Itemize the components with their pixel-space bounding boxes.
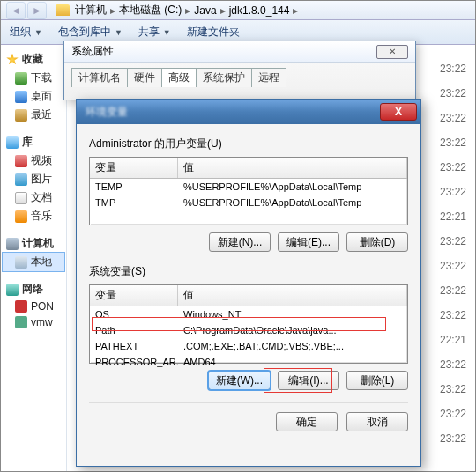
file-row[interactable]: 23:22 [440,112,466,124]
sidebar-libraries-head[interactable]: 库 [3,133,64,151]
user-edit-button[interactable]: 编辑(E)... [278,232,339,252]
file-time: 23:22 [440,63,466,75]
tab-advanced[interactable]: 高级 [161,68,197,87]
file-time: 23:22 [440,112,466,124]
sidebar-favorites-head[interactable]: 收藏 [3,50,64,69]
breadcrumb-item[interactable]: 计算机 [75,3,107,18]
ok-button[interactable]: 确定 [276,412,338,431]
tab-hardware[interactable]: 硬件 [127,68,162,87]
file-time: 23:22 [440,358,466,371]
file-time: 22:21 [440,334,466,346]
user-new-button[interactable]: 新建(N)... [209,232,271,252]
file-time: 23:22 [440,87,466,100]
file-row[interactable]: 22:21 [440,334,466,346]
sidebar-item-downloads[interactable]: 下载 [3,69,64,87]
sidebar-item-recent[interactable]: 最近 [3,106,64,124]
file-time: 23:22 [440,383,466,395]
col-header-value[interactable]: 值 [178,285,407,306]
nav-back-button[interactable]: ◄ [6,2,26,19]
environment-variables-dialog: 环境变量 X Administrator 的用户变量(U) 变量 值 TEMP%… [76,99,421,467]
file-row[interactable]: 23:22 [440,136,466,149]
sidebar-item-desktop[interactable]: 桌面 [3,87,64,106]
close-button[interactable]: ✕ [376,45,408,59]
file-row[interactable]: 23:22 [440,63,466,75]
file-time: 23:22 [440,309,466,321]
sys-var-row[interactable]: PATHEXT.COM;.EXE;.BAT;.CMD;.VBS;.VBE;... [90,338,407,354]
file-row[interactable]: 23:22 [440,186,466,198]
sidebar-network-head[interactable]: 网络 [3,280,64,299]
user-delete-button[interactable]: 删除(D) [346,232,408,252]
file-time: 23:22 [440,432,466,445]
sidebar-item-videos[interactable]: 视频 [3,151,64,170]
sys-new-button[interactable]: 新建(W)... [208,371,271,390]
sys-var-row-path[interactable]: PathC:\ProgramData\Oracle\Java\java... [90,322,407,338]
file-time: 22:21 [440,210,466,223]
sidebar-item-vmw[interactable]: vmw [3,314,64,330]
nav-forward-button[interactable]: ► [27,2,47,19]
file-row[interactable]: 22:21 [440,210,466,223]
tab-computer-name[interactable]: 计算机名 [71,68,128,87]
env-dialog-title: 环境变量 [86,105,128,120]
sidebar-item-pictures[interactable]: 图片 [3,170,64,188]
file-time: 23:22 [440,136,466,149]
col-header-variable[interactable]: 变量 [90,158,178,178]
breadcrumb-item[interactable]: Java [194,4,216,17]
file-row[interactable]: 23:22 [440,260,466,272]
cancel-button[interactable]: 取消 [346,412,408,431]
explorer-sidebar: 收藏 下载 桌面 最近 库 视频 图片 文档 音乐 计算机 本地 网络 PON … [1,45,67,471]
include-menu[interactable]: 包含到库中 ▼ [58,25,123,40]
file-row[interactable]: 23:22 [440,235,466,247]
file-time: 23:22 [440,161,466,173]
sys-var-row[interactable]: PROCESSOR_AR...AMD64 [90,354,407,370]
col-header-value[interactable]: 值 [178,158,407,178]
tab-remote[interactable]: 远程 [251,68,286,87]
file-row[interactable]: 23:22 [440,358,466,371]
tab-system-protection[interactable]: 系统保护 [196,68,252,87]
sidebar-item-music[interactable]: 音乐 [3,207,64,225]
breadcrumb-item[interactable]: 本地磁盘 (C:) [119,3,182,18]
env-titlebar[interactable]: 环境变量 X [77,100,420,124]
sidebar-item-pon[interactable]: PON [3,299,64,314]
file-row[interactable]: 23:22 [440,87,466,100]
file-row[interactable]: 23:22 [440,432,466,445]
file-time: 23:22 [440,284,466,297]
user-vars-label: Administrator 的用户变量(U) [89,136,408,151]
file-time: 23:22 [440,186,466,198]
sidebar-item-documents[interactable]: 文档 [3,188,64,207]
breadcrumb-item[interactable]: jdk1.8.0_144 [229,4,290,17]
file-row[interactable]: 23:22 [440,161,466,173]
sys-delete-button[interactable]: 删除(L) [346,371,408,390]
sysprops-tabs: 计算机名 硬件 高级 系统保护 远程 [64,68,415,87]
col-header-variable[interactable]: 变量 [90,285,178,306]
breadcrumb[interactable]: 计算机▸ 本地磁盘 (C:)▸ Java▸ jdk1.8.0_144▸ [75,3,298,18]
share-menu[interactable]: 共享 ▼ [138,25,171,40]
sys-vars-label: 系统变量(S) [89,264,408,279]
file-time: 23:22 [440,260,466,272]
user-vars-list[interactable]: 变量 值 TEMP%USERPROFILE%\AppData\Local\Tem… [89,157,408,225]
user-var-row[interactable]: TEMP%USERPROFILE%\AppData\Local\Temp [90,179,407,195]
sys-vars-list[interactable]: 变量 值 OSWindows_NT PathC:\ProgramData\Ora… [89,284,408,364]
file-row[interactable]: 23:22 [440,383,466,395]
sidebar-computer-head[interactable]: 计算机 [3,234,64,253]
dialog-title: 系统属性 [71,44,114,59]
address-bar: ◄ ► 计算机▸ 本地磁盘 (C:)▸ Java▸ jdk1.8.0_144▸ [1,1,475,20]
close-button[interactable]: X [380,103,417,121]
file-time: 23:22 [440,235,466,247]
sys-var-row[interactable]: OSWindows_NT [90,306,407,322]
user-var-row[interactable]: TMP%USERPROFILE%\AppData\Local\Temp [90,195,407,210]
folder-icon [56,4,70,16]
file-time: 23:22 [440,408,466,420]
file-row[interactable]: 23:22 [440,284,466,297]
sidebar-item-localdisk[interactable]: 本地 [3,253,64,271]
sys-edit-button[interactable]: 编辑(I)... [278,371,339,390]
file-row[interactable]: 23:22 [440,408,466,420]
organize-menu[interactable]: 组织 ▼ [10,25,42,40]
system-properties-dialog: 系统属性 ✕ 计算机名 硬件 高级 系统保护 远程 [63,41,416,100]
file-row[interactable]: 23:22 [440,309,466,321]
newfolder-button[interactable]: 新建文件夹 [187,25,240,40]
